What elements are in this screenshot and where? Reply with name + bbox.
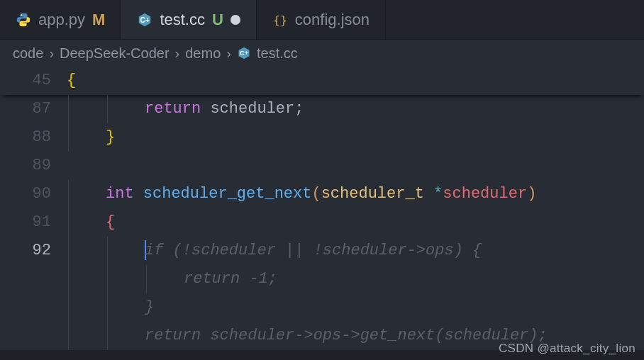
code-text: }	[67, 123, 644, 152]
tab-test-cc[interactable]: C+ test.cc U	[121, 0, 256, 39]
breadcrumb: code › DeepSeek-Coder › demo › C+ test.c…	[0, 40, 644, 67]
cpp-icon: C+	[137, 12, 152, 28]
inline-suggestion: if (!scheduler || !scheduler->ops) {	[145, 242, 482, 259]
inline-suggestion: return scheduler->ops->get_next(schedule…	[145, 327, 548, 344]
line-number: 92	[0, 237, 67, 265]
line-number	[0, 322, 67, 350]
code-line[interactable]: 91{	[0, 208, 644, 237]
code-line[interactable]: 90int scheduler_get_next(scheduler_t *sc…	[0, 180, 644, 208]
tab-label: config.json	[295, 11, 370, 29]
line-number	[0, 293, 67, 322]
code-text: return scheduler;	[67, 95, 644, 123]
svg-text:{}: {}	[273, 13, 287, 26]
line-number: 90	[0, 180, 67, 208]
line-number	[0, 265, 67, 293]
code-line[interactable]: 88}	[0, 123, 644, 152]
unsaved-dot-icon	[231, 15, 240, 25]
svg-point-1	[25, 23, 26, 25]
code-text: {	[67, 67, 644, 95]
chevron-right-icon: ›	[226, 45, 231, 62]
breadcrumb-segment[interactable]: demo	[185, 45, 221, 62]
git-status-badge: M	[92, 11, 105, 29]
tab-label: test.cc	[160, 11, 205, 29]
code-text	[67, 152, 644, 180]
code-line[interactable]: 89	[0, 152, 644, 180]
line-number: 91	[0, 208, 67, 237]
sticky-scroll[interactable]: 45 {	[0, 67, 644, 95]
line-number: 89	[0, 152, 67, 180]
breadcrumb-segment[interactable]: DeepSeek-Coder	[60, 45, 170, 62]
python-icon	[16, 12, 31, 28]
svg-text:C+: C+	[140, 16, 150, 23]
code-text: return -1;	[67, 265, 644, 293]
code-line[interactable]: return -1;	[0, 265, 644, 293]
code-line[interactable]: 92if (!scheduler || !scheduler->ops) {	[0, 237, 644, 265]
breadcrumb-file-label: test.cc	[257, 45, 298, 62]
svg-point-0	[21, 14, 22, 16]
line-number: 88	[0, 123, 67, 152]
code-text: int scheduler_get_next(scheduler_t *sche…	[67, 180, 644, 208]
breadcrumb-file[interactable]: C+ test.cc	[237, 45, 298, 62]
cpp-icon: C+	[237, 46, 251, 60]
breadcrumb-segment[interactable]: code	[13, 45, 43, 62]
code-text: }	[67, 293, 644, 322]
inline-suggestion: }	[145, 298, 154, 316]
chevron-right-icon: ›	[175, 45, 180, 62]
svg-text:C+: C+	[240, 50, 248, 57]
code-line[interactable]: }	[0, 293, 644, 322]
line-number: 87	[0, 95, 67, 123]
tab-bar: app.py M C+ test.cc U {} config.json	[0, 0, 644, 40]
editor[interactable]: 87return scheduler;88}8990int scheduler_…	[0, 95, 644, 350]
chevron-right-icon: ›	[49, 45, 54, 62]
line-number: 45	[0, 67, 67, 95]
inline-suggestion: return -1;	[184, 270, 277, 288]
tab-label: app.py	[38, 11, 85, 29]
tab-config-json[interactable]: {} config.json	[257, 0, 386, 39]
tab-app-py[interactable]: app.py M	[0, 0, 121, 39]
git-status-badge: U	[212, 11, 223, 29]
watermark: CSDN @attack_city_lion	[499, 342, 635, 356]
json-icon: {}	[272, 12, 288, 28]
code-line[interactable]: 87return scheduler;	[0, 95, 644, 123]
code-text: {	[67, 208, 644, 237]
code-text: if (!scheduler || !scheduler->ops) {	[67, 237, 644, 265]
